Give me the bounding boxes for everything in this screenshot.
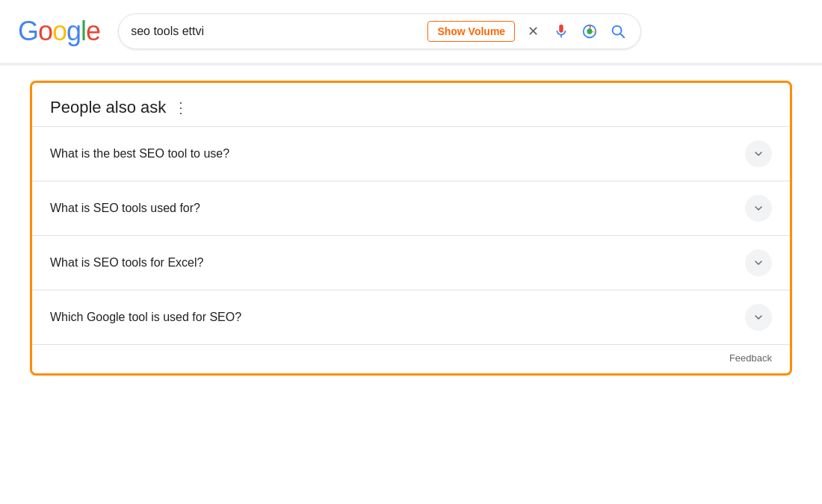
paa-question-3: What is SEO tools for Excel? [50, 256, 203, 270]
logo-letter-g: G [18, 16, 38, 47]
paa-expand-1[interactable] [745, 140, 772, 167]
more-options-icon[interactable]: ⋮ [173, 99, 188, 116]
voice-search-button[interactable] [551, 21, 572, 42]
people-also-ask-card: People also ask ⋮ What is the best SEO t… [30, 81, 792, 376]
lens-icon [581, 23, 598, 40]
close-icon: ✕ [528, 23, 539, 40]
logo-letter-l: l [81, 16, 86, 47]
paa-item-3[interactable]: What is SEO tools for Excel? [32, 235, 790, 290]
paa-header: People also ask ⋮ [32, 83, 790, 126]
chevron-down-icon-3 [753, 257, 764, 269]
search-input[interactable]: seo tools ettvi [131, 25, 420, 38]
logo-letter-g2: g [67, 16, 81, 47]
paa-question-4: Which Google tool is used for SEO? [50, 311, 241, 324]
chevron-down-icon-2 [753, 202, 764, 214]
search-icon [610, 23, 626, 40]
show-volume-button[interactable]: Show Volume [427, 21, 515, 42]
logo-letter-o1: o [38, 16, 52, 47]
main-content: People also ask ⋮ What is the best SEO t… [0, 66, 822, 391]
google-logo: Google [18, 16, 100, 47]
paa-expand-4[interactable] [745, 304, 772, 331]
header: Google seo tools ettvi Show Volume ✕ [0, 0, 822, 63]
paa-question-1: What is the best SEO tool to use? [50, 147, 229, 161]
image-search-button[interactable] [579, 21, 600, 42]
paa-item-1[interactable]: What is the best SEO tool to use? [32, 126, 790, 181]
paa-question-2: What is SEO tools used for? [50, 202, 200, 215]
svg-line-3 [620, 34, 624, 37]
logo-letter-o2: o [52, 16, 67, 47]
chevron-down-icon-1 [753, 148, 764, 160]
feedback-link[interactable]: Feedback [729, 352, 772, 364]
paa-feedback-section: Feedback [32, 344, 790, 373]
clear-search-button[interactable]: ✕ [522, 21, 543, 42]
microphone-icon [553, 23, 569, 40]
svg-point-1 [587, 28, 592, 34]
logo-letter-e: e [86, 16, 100, 47]
chevron-down-icon-4 [753, 311, 764, 323]
paa-title: People also ask [50, 98, 166, 117]
paa-expand-3[interactable] [745, 249, 772, 276]
paa-expand-2[interactable] [745, 195, 772, 222]
search-bar: seo tools ettvi Show Volume ✕ [118, 13, 641, 49]
paa-item-2[interactable]: What is SEO tools used for? [32, 181, 790, 235]
paa-item-4[interactable]: Which Google tool is used for SEO? [32, 290, 790, 344]
search-button[interactable] [608, 21, 628, 42]
